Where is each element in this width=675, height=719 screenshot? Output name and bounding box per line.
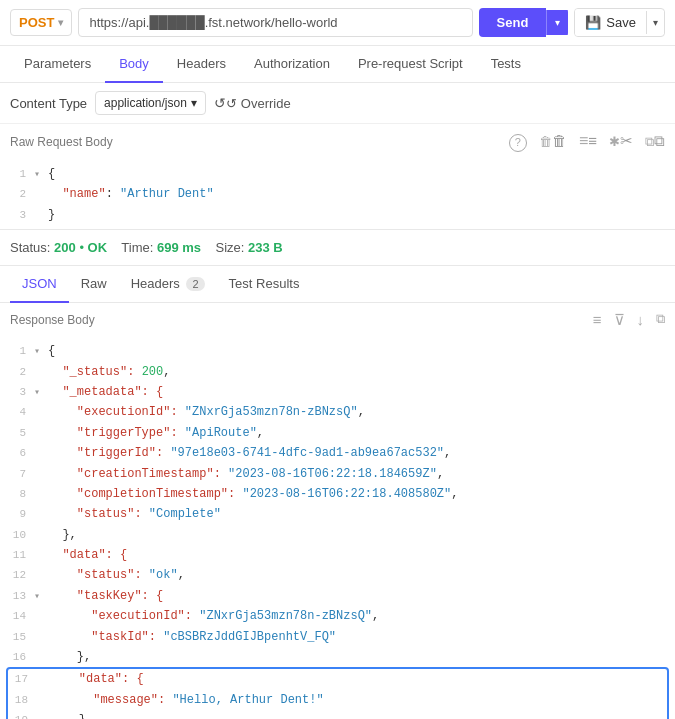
format-icon[interactable]: ≡ [579,132,597,152]
line-number: 2 [6,184,34,204]
line-number: 17 [8,669,36,689]
line-toggle [36,690,50,692]
line-toggle [34,484,48,486]
line-number: 18 [8,690,36,710]
method-chevron-icon: ▾ [58,17,63,28]
line-content: }, [48,647,669,667]
line-toggle [34,565,48,567]
tab-tests[interactable]: Tests [477,46,535,83]
line-toggle[interactable]: ▾ [34,382,48,401]
trash-icon[interactable]: 🗑 [539,132,567,152]
line-toggle [34,402,48,404]
line-toggle[interactable]: ▾ [34,586,48,605]
save-label: Save [606,15,636,30]
line-toggle [34,545,48,547]
magic-icon[interactable]: ✂ [609,132,633,152]
line-content: "data": { [48,545,669,565]
line-toggle[interactable]: ▾ [34,164,48,183]
status-label: Status: [10,240,50,255]
line-number: 3 [6,205,34,225]
doc-icon[interactable]: ⧉ [645,132,665,152]
line-content: "_status": 200, [48,362,669,382]
line-content: "_metadata": { [48,382,669,402]
save-button[interactable]: Save [575,9,646,36]
response-tabs: JSON Raw Headers 2 Test Results [0,266,675,303]
line-toggle [34,464,48,466]
line-content: "taskKey": { [48,586,669,606]
req-line-2: 2 "name": "Arthur Dent" [0,184,675,204]
line-content: "triggerId": "97e18e03-6741-4dfc-9ad1-ab… [48,443,669,463]
tab-authorization[interactable]: Authorization [240,46,344,83]
line-number: 14 [6,606,34,626]
resp-line-3: 3▾ "_metadata": { [0,382,675,402]
line-content: }, [48,525,669,545]
resp-tab-raw[interactable]: Raw [69,266,119,303]
line-toggle [34,205,48,207]
content-type-row: Content Type application/json ▾ ↺ Overri… [0,83,675,124]
tab-body[interactable]: Body [105,46,163,83]
copy-icon[interactable]: ⧉ [656,311,665,329]
line-toggle [34,647,48,649]
line-content: "status": "Complete" [48,504,669,524]
tab-parameters[interactable]: Parameters [10,46,105,83]
resp-line-9: 9 "status": "Complete" [0,504,675,524]
raw-request-header: Raw Request Body 🗑 ≡ ✂ ⧉ [0,124,675,160]
line-toggle[interactable]: ▾ [34,341,48,360]
save-icon [585,15,601,30]
resp-line-5: 5 "triggerType": "ApiRoute", [0,423,675,443]
line-number: 9 [6,504,34,524]
line-number: 1 [6,164,34,184]
line-content: "taskId": "cBSBRzJddGIJBpenhtV_FQ" [48,627,669,647]
line-toggle [36,669,50,671]
resp-tab-headers[interactable]: Headers 2 [119,266,217,303]
download-icon[interactable]: ↓ [637,311,645,329]
top-bar: POST ▾ Send ▾ Save ▾ [0,0,675,46]
resp-line-16: 16 }, [0,647,675,667]
format-lines-icon[interactable]: ≡ [593,311,602,329]
content-type-value: application/json [104,96,187,110]
time-label: Time: [121,240,153,255]
line-content: "status": "ok", [48,565,669,585]
method-select[interactable]: POST ▾ [10,9,72,36]
line-toggle [34,362,48,364]
line-number: 7 [6,464,34,484]
line-number: 12 [6,565,34,585]
resp-line-19: 19 } [8,710,667,719]
response-actions: ≡ ⊽ ↓ ⧉ [593,311,665,329]
send-button-group: Send ▾ [479,8,569,37]
url-input[interactable] [78,8,472,37]
request-tabs: Parameters Body Headers Authorization Pr… [0,46,675,83]
tab-headers[interactable]: Headers [163,46,240,83]
status-dot: • [79,240,87,255]
override-button[interactable]: ↺ Override [214,95,291,111]
method-label: POST [19,15,54,30]
line-content: "executionId": "ZNxrGja53mzn78n-zBNzsQ", [48,606,669,626]
send-button[interactable]: Send [479,8,547,37]
line-number: 4 [6,402,34,422]
refresh-icon: ↺ [214,95,237,111]
resp-tab-json[interactable]: JSON [10,266,69,303]
resp-line-11: 11 "data": { [0,545,675,565]
resp-line-14: 14 "executionId": "ZNxrGja53mzn78n-zBNzs… [0,606,675,626]
line-toggle [34,184,48,186]
line-toggle [34,627,48,629]
response-body-title: Response Body [10,313,95,327]
resp-line-13: 13▾ "taskKey": { [0,586,675,606]
filter-icon[interactable]: ⊽ [614,311,625,329]
line-content: } [50,710,661,719]
response-code-area: 1▾{2 "_status": 200,3▾ "_metadata": {4 "… [0,337,675,719]
save-dropdown-button[interactable]: ▾ [646,11,664,34]
status-ok: OK [88,240,108,255]
help-icon[interactable] [509,132,527,152]
line-toggle [34,525,48,527]
resp-line-18: 18 "message": "Hello, Arthur Dent!" [8,690,667,710]
resp-tab-test-results[interactable]: Test Results [217,266,312,303]
line-number: 6 [6,443,34,463]
status-time: 699 ms [157,240,201,255]
line-number: 8 [6,484,34,504]
send-dropdown-button[interactable]: ▾ [546,10,568,35]
line-content: { [48,341,669,361]
content-type-select[interactable]: application/json ▾ [95,91,206,115]
tab-pre-request-script[interactable]: Pre-request Script [344,46,477,83]
req-line-3: 3 } [0,205,675,225]
